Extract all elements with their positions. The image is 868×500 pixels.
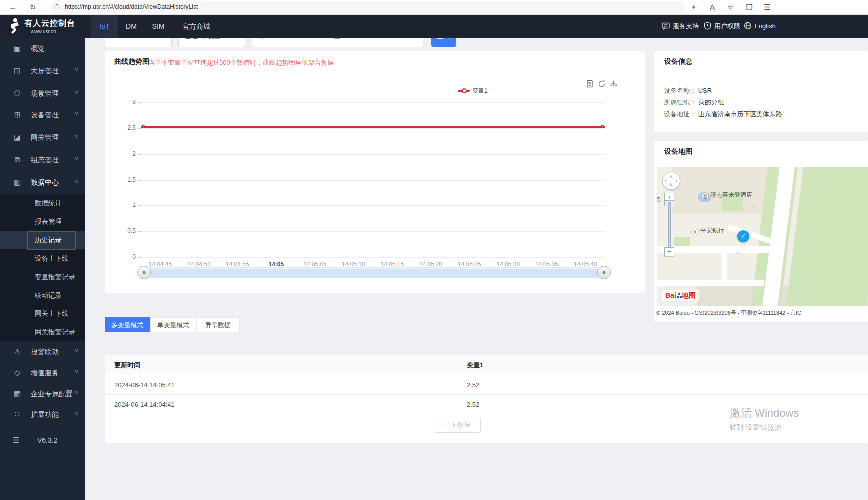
map-pan-control[interactable]: ‹ › ˄ ˅ — [662, 172, 680, 190]
submenu-item-8[interactable]: 网关报警记录 — [0, 323, 85, 341]
grid-line-v — [412, 102, 412, 257]
sidebar-item-scene[interactable]: ⬡场景管理˅ — [0, 83, 85, 104]
brand-logo[interactable]: 有人云控制台 www.usr.cn — [0, 15, 85, 38]
data-point-marker[interactable] — [601, 125, 604, 128]
submenu-item-1[interactable]: 数据统计 — [0, 194, 85, 212]
version-label: V6.3.2 — [37, 436, 57, 444]
baidu-logo[interactable]: Baiஃ地图 — [662, 290, 699, 301]
map-street-label: 流 — [657, 196, 660, 204]
datazoom-selected-range[interactable] — [144, 269, 604, 278]
submenu-item-6[interactable]: 联动记录 — [0, 286, 85, 304]
sidebar-item-device[interactable]: ⊞设备管理˅ — [0, 104, 85, 126]
baidu-logo-ditu: 地图 — [682, 291, 696, 299]
poi-hotel[interactable]: 酒济南喜来登酒店 — [701, 191, 752, 200]
pan-right-icon[interactable]: › — [676, 178, 677, 183]
line-chart-plot-area[interactable]: 00.511.522.5314:04:4514:04:5014:04:5514:… — [141, 102, 605, 257]
map-green-area — [786, 167, 868, 306]
nav-tab-iot[interactable]: IoT — [91, 15, 118, 38]
sidebar-item-alarm-linkage[interactable]: ⚠报警联动˅ — [0, 341, 85, 363]
data-point-marker[interactable] — [142, 125, 145, 128]
submenu-item-3[interactable]: 历史记录 — [0, 231, 85, 249]
mode-tab-3[interactable]: 异常数据 — [196, 317, 240, 332]
info-value: USR — [698, 87, 712, 94]
collapse-menu-icon[interactable]: ☰ — [13, 436, 19, 445]
pan-left-icon[interactable]: ‹ — [665, 178, 666, 183]
grid-line-v — [334, 102, 334, 257]
baidu-map[interactable]: 酒济南喜来登酒店 ¥平安银行 流 ↑ ↓ ✓ ‹ › ˄ ˅ + = − Bai… — [657, 167, 868, 306]
datazoom-left-handle[interactable]: ≡ — [137, 266, 151, 279]
baidu-paw-icon: ஃ — [676, 291, 682, 299]
submenu-item-7[interactable]: 网关上下线 — [0, 304, 85, 323]
back-icon[interactable]: ← — [7, 1, 19, 13]
datazoom-right-handle[interactable]: ≡ — [597, 266, 611, 279]
pan-down-icon[interactable]: ˅ — [670, 183, 673, 188]
table-row[interactable]: 2024-06-14 14:04:412.52 — [105, 395, 868, 414]
nav-action-shield[interactable]: 用户权限 — [704, 15, 740, 38]
usr-person-icon — [7, 18, 22, 35]
bank-poi-icon: ¥ — [691, 228, 699, 235]
sidebar-item-label: 扩展功能 — [31, 410, 59, 419]
data-view-icon[interactable] — [585, 79, 594, 88]
legend-label: 变量1 — [472, 87, 488, 94]
map-road — [657, 280, 764, 286]
sidebar-item-enterprise-config[interactable]: ▦企业专属配置˅ — [0, 383, 85, 405]
gateway-icon: ◪ — [13, 133, 22, 142]
x-axis-label: 14:05:10 — [333, 261, 373, 268]
map-attribution: © 2024 Baidu - GS(2023)3206号 - 甲测资字11111… — [656, 309, 801, 317]
no-more-data-button[interactable]: 已无数据 — [434, 417, 481, 433]
device-info-title: 设备信息 — [664, 57, 692, 66]
device-location-marker[interactable]: ✓ — [737, 230, 749, 242]
submenu-item-2[interactable]: 报表管理 — [0, 212, 85, 231]
lock-icon — [54, 3, 60, 10]
read-aloud-icon[interactable]: A — [706, 1, 718, 13]
submenu-item-5[interactable]: 变量报警记录 — [0, 268, 85, 286]
location-icon[interactable]: ⌖ — [688, 1, 700, 13]
sidebar-item-dashboard[interactable]: ◫大屏管理˅ — [0, 60, 85, 82]
mode-tab-2[interactable]: 单变量模式 — [150, 317, 196, 332]
nav-action-globe[interactable]: English — [744, 15, 776, 38]
nav-tab-官方商城[interactable]: 官方商城 — [172, 15, 220, 38]
sidebar-item-label: 设备管理 — [31, 111, 59, 120]
table-row[interactable]: 2024-06-14 14:05:412.52 — [105, 375, 868, 395]
restore-icon[interactable] — [597, 79, 606, 88]
submenu-item-4[interactable]: 设备上下线 — [0, 249, 85, 268]
nav-tab-dm[interactable]: DM — [118, 15, 145, 38]
collections-icon[interactable]: ☰ — [761, 1, 773, 13]
grid-line-h — [141, 257, 605, 258]
sidebar-item-configuration[interactable]: ⧉组态管理˅ — [0, 149, 85, 171]
nav-action-chat[interactable]: 服务支持 — [662, 15, 699, 38]
x-axis-label: 14:05:25 — [449, 261, 489, 268]
dashboard-icon: ◫ — [13, 66, 22, 75]
trend-panel-title: 曲线趋势图 — [114, 57, 149, 66]
sidebar-submenu-data-center: 数据统计报表管理历史记录设备上下线变量报警记录联动记录网关上下线网关报警记录 — [0, 194, 85, 341]
download-icon[interactable] — [609, 79, 618, 88]
refresh-icon[interactable]: ↻ — [27, 1, 39, 13]
column-header-time: 更新时间 — [114, 361, 140, 370]
favorite-star-icon[interactable]: ☆ — [725, 1, 737, 13]
sidebar-item-overview[interactable]: ▣概览 — [0, 38, 85, 60]
sidebar-version-row[interactable]: ☰ V6.3.2 — [0, 430, 85, 452]
brand-title: 有人云控制台 — [24, 18, 75, 29]
baidu-logo-bai: Bai — [665, 291, 676, 299]
sidebar-item-gateway[interactable]: ◪网关管理˅ — [0, 127, 85, 149]
series-line-变量1[interactable] — [141, 126, 605, 128]
shield-icon — [704, 22, 714, 30]
column-header-variable: 变量1 — [467, 361, 483, 370]
sidebar-item-value-added[interactable]: ◇增值服务˅ — [0, 362, 85, 384]
poi-bank[interactable]: ¥平安银行 — [691, 226, 724, 235]
chevron-icon: ˄ — [75, 178, 78, 185]
mode-tab-1[interactable]: 多变量模式 — [105, 317, 150, 332]
nav-action-label: 服务支持 — [673, 22, 699, 30]
grid-line-v — [450, 102, 450, 257]
split-screen-icon[interactable]: ❐ — [743, 1, 755, 13]
sidebar-item-label: 数据中心 — [31, 178, 59, 187]
sidebar-item-data-center[interactable]: ▥数据中心˄ — [0, 172, 85, 194]
map-zoom-out-button[interactable]: − — [664, 247, 674, 256]
map-zoom-slider[interactable] — [668, 202, 671, 247]
nav-tab-sim[interactable]: SIM — [145, 15, 172, 38]
sidebar-item-label: 大屏管理 — [31, 67, 59, 76]
pan-up-icon[interactable]: ˄ — [670, 175, 673, 180]
legend-item[interactable]: 变量1 — [458, 87, 488, 95]
sidebar-item-extensions[interactable]: ∷扩展功能˅ — [0, 404, 85, 426]
sidebar-item-label: 网关管理 — [31, 133, 59, 142]
